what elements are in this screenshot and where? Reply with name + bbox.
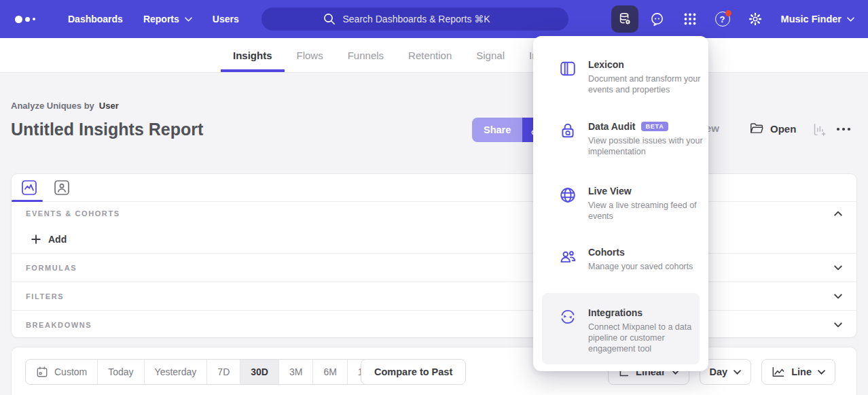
nav-link-users[interactable]: Users [213,14,239,24]
add-label: Add [48,234,67,245]
range-label: 30D [251,366,268,377]
range-label: 7D [217,366,230,377]
section-formulas[interactable]: FORMULAS [12,253,856,281]
add-to-dashboard-icon[interactable] [812,122,827,137]
menu-item-integrations-content: Integrations Connect Mixpanel to a data … [559,307,694,354]
tab-flows[interactable]: Flows [285,38,336,72]
cohorts-icon [559,247,577,265]
range-30d[interactable]: 30D [240,360,279,384]
range-custom[interactable]: Custom [26,360,98,384]
range-6m[interactable]: 6M [313,360,347,384]
menu-item-live-view[interactable]: Live View View a live streaming feed of … [559,186,699,222]
tab-retention[interactable]: Retention [396,38,464,72]
apps-grid-icon[interactable] [676,5,704,33]
menu-item-integrations[interactable]: Integrations Connect Mixpanel to a data … [542,293,700,364]
nav-link-label: Users [213,14,239,24]
integrations-icon [559,308,577,326]
tab-signal[interactable]: Signal [464,38,517,72]
nav-link-label: Reports [143,14,179,24]
section-filters[interactable]: FILTERS [12,281,856,310]
tab-insights[interactable]: Insights [221,38,285,72]
plus-icon [31,235,41,244]
range-label: 6M [323,366,336,377]
share-button[interactable]: Share [472,118,522,142]
menu-item-title: Lexicon [588,59,624,70]
more-options-icon[interactable] [835,126,852,132]
range-label: Yesterday [155,366,197,377]
share-label: Share [484,124,511,135]
data-management-icon[interactable] [611,5,638,33]
context-prefix: Analyze Uniques by [11,101,94,111]
open-label: Open [770,123,796,135]
range-3m[interactable]: 3M [279,360,313,384]
menu-item-desc: Connect Mixpanel to a data pipeline or c… [588,322,705,354]
profiles-mode-tab[interactable] [54,179,70,196]
tab-funnels[interactable]: Funnels [336,38,396,72]
live-view-icon [559,186,577,204]
chevron-down-icon [185,17,192,22]
context-entity[interactable]: User [99,101,119,111]
menu-item-lexicon[interactable]: Lexicon Document and transform your even… [559,59,699,95]
compare-to-past-button[interactable]: Compare to Past [361,359,466,385]
range-7d[interactable]: 7D [207,360,240,384]
chevron-down-icon [734,370,741,375]
chevron-down-icon[interactable] [834,265,842,271]
nav-link-dashboards[interactable]: Dashboards [68,14,123,24]
section-label: EVENTS & COHORTS [26,209,120,218]
beta-badge: BETA [641,122,668,131]
interval-label: Day [710,366,728,377]
report-tabs: Insights Flows Funnels Retention Signal … [221,38,572,72]
menu-item-title: Data Audit [588,121,635,132]
section-label: FORMULAS [26,264,77,272]
mixpanel-logo-icon[interactable] [15,16,48,23]
global-search[interactable] [261,7,568,31]
nav-link-label: Dashboards [68,14,123,24]
project-switcher[interactable]: Music Finder [781,14,857,24]
tab-label: Signal [476,50,505,61]
search-icon [323,13,336,25]
search-input[interactable] [343,14,507,24]
add-event-button[interactable]: Add [12,225,856,253]
range-yesterday[interactable]: Yesterday [145,360,208,384]
analysis-context: Analyze Uniques byUser [11,101,119,111]
chevron-down-icon [847,17,854,22]
menu-item-cohorts[interactable]: Cohorts Manage your saved cohorts [559,247,699,272]
menu-item-desc: Manage your saved cohorts [588,261,705,272]
chart-type-dropdown[interactable]: Line [761,359,835,385]
section-breakdowns[interactable]: BREAKDOWNS [12,310,856,339]
chevron-up-icon[interactable] [834,211,842,216]
menu-item-title: Live View [588,186,632,196]
tab-label: Funnels [348,50,384,61]
query-builder-card: EVENTS & COHORTS Add FORMULAS FILTERS BR… [11,173,857,338]
section-label: BREAKDOWNS [26,321,92,329]
project-name: Music Finder [781,14,842,24]
chart-toolbar-card: Custom Today Yesterday 7D 30D 3M 6M 12M … [11,347,857,395]
lexicon-icon [559,60,577,78]
folder-icon [750,122,764,135]
menu-item-data-audit[interactable]: Data Audit BETA View possible issues wit… [559,121,699,157]
tab-label: Retention [408,50,452,61]
feedback-icon[interactable] [644,5,671,33]
range-today[interactable]: Today [98,360,144,384]
help-icon[interactable]: ? [709,5,736,33]
range-label: 3M [289,366,302,377]
notification-dot [725,10,731,16]
report-title[interactable]: Untitled Insights Report [11,120,203,139]
tab-label: Flows [297,50,323,61]
settings-gear-icon[interactable] [742,5,769,33]
events-mode-tab[interactable] [21,179,37,196]
chevron-down-icon [818,370,825,375]
chevron-down-icon[interactable] [834,322,842,328]
mixpanel-app: Dashboards Reports Users [0,0,868,395]
chevron-down-icon[interactable] [834,294,842,299]
data-audit-icon [559,122,577,139]
section-label: FILTERS [26,292,64,300]
menu-item-desc: View possible issues with your implement… [588,135,705,157]
tab-label: Insights [233,50,272,61]
chart-type-label: Line [791,366,812,377]
range-label: Custom [54,366,87,377]
nav-right-icons: ? Music Finder [611,0,857,38]
section-events-cohorts[interactable]: EVENTS & COHORTS [12,202,856,225]
open-report-button[interactable]: Open [750,122,796,135]
nav-link-reports[interactable]: Reports [143,14,192,24]
